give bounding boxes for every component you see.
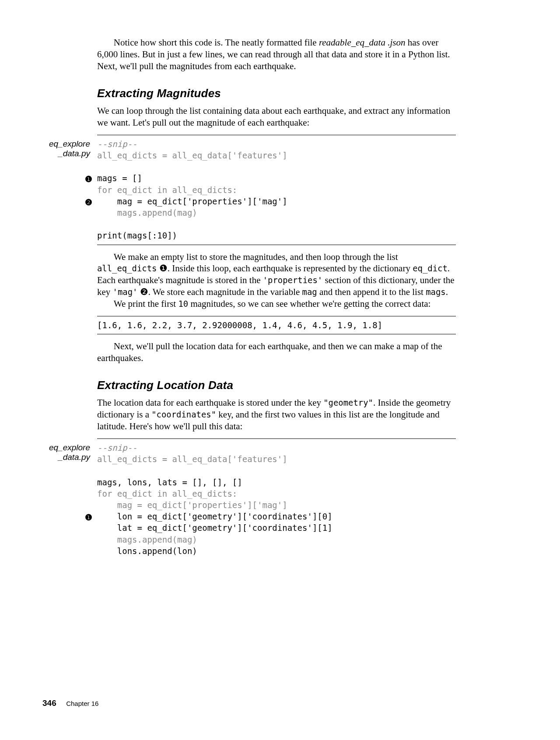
intro-part1: Notice how short this code is. The neatl… bbox=[114, 37, 319, 48]
code3-l5: mag = eq_dict['properties']['mag'] bbox=[97, 500, 287, 510]
p3c: magnitudes, so we can see whether we're … bbox=[188, 298, 430, 309]
intro-file-name: readable_eq_data .json bbox=[319, 37, 406, 48]
page: Notice how short this code is. The neatl… bbox=[0, 0, 560, 740]
codeblock-2: [1.6, 1.6, 2.2, 3.7, 2.92000008, 1.4, 4.… bbox=[97, 316, 456, 334]
p2d: eq_dict bbox=[413, 263, 448, 273]
p2k: and then append it to the list bbox=[317, 287, 426, 297]
code3-l7: lat = eq_dict['geometry']['coordinates']… bbox=[97, 523, 332, 533]
heading-extracting-magnitudes: Extracting Magnitudes bbox=[97, 86, 456, 101]
code1-l3: mags = [] bbox=[97, 173, 142, 183]
callout-2-icon: ❷ bbox=[85, 197, 92, 208]
p2l: mags bbox=[426, 287, 446, 297]
p5b: "geometry" bbox=[323, 398, 373, 407]
paragraph-1: We can loop through the list containing … bbox=[97, 105, 456, 129]
code3-l8: mags.append(mag) bbox=[97, 535, 197, 544]
code3-snip: --snip-- bbox=[97, 443, 137, 452]
callout-1-icon: ❶ bbox=[85, 174, 92, 185]
code1-l6: mags.append(mag) bbox=[97, 208, 197, 217]
page-footer: 346 Chapter 16 bbox=[42, 698, 98, 708]
paragraph-2: We make an empty list to store the magni… bbox=[97, 251, 456, 298]
content-column: Notice how short this code is. The neatl… bbox=[97, 37, 456, 563]
callout-3-icon: ❶ bbox=[85, 512, 92, 523]
code3-l6: lon = eq_dict['geometry']['coordinates']… bbox=[97, 512, 332, 521]
p5a: The location data for each earthquake is… bbox=[97, 397, 323, 408]
code1-l5: mag = eq_dict['properties']['mag'] bbox=[97, 196, 287, 206]
side-label-1: eq_explore _data.py bbox=[29, 139, 90, 159]
heading-extracting-location-data: Extracting Location Data bbox=[97, 378, 456, 393]
p2b: all_eq_dicts bbox=[97, 263, 157, 273]
code3-l4: for eq_dict in all_eq_dicts: bbox=[97, 489, 237, 498]
p2m: . bbox=[446, 287, 448, 297]
paragraph-3: We print the first 10 magnitudes, so we … bbox=[97, 298, 456, 310]
intro-paragraph: Notice how short this code is. The neatl… bbox=[97, 37, 456, 72]
side-label-2: eq_explore _data.py bbox=[29, 443, 90, 463]
code1-l2: all_eq_dicts = all_eq_data['features'] bbox=[97, 151, 287, 160]
page-number: 346 bbox=[42, 698, 56, 708]
code1-l7: print(mags[:10]) bbox=[97, 231, 177, 240]
p2i: ❷. We store each magnitude in the variab… bbox=[137, 287, 302, 297]
codeblock-1-wrap: eq_explore _data.py ❶ ❷ --snip-- all_eq_… bbox=[97, 135, 456, 245]
code3-l2: all_eq_dicts = all_eq_data['features'] bbox=[97, 454, 287, 464]
p3b: 10 bbox=[178, 299, 188, 309]
p2a: We make an empty list to store the magni… bbox=[114, 252, 398, 262]
code3-l3: mags, lons, lats = [], [], [] bbox=[97, 477, 242, 487]
p5d: "coordinates" bbox=[151, 410, 216, 419]
p2h: 'mag' bbox=[113, 287, 138, 297]
codeblock-1: ❶ ❷ --snip-- all_eq_dicts = all_eq_data[… bbox=[97, 135, 456, 245]
p2c: ❶. Inside this loop, each earthquake is … bbox=[157, 263, 413, 274]
chapter-label: Chapter 16 bbox=[66, 700, 98, 707]
paragraph-5: The location data for each earthquake is… bbox=[97, 397, 456, 432]
code2-line: [1.6, 1.6, 2.2, 3.7, 2.92000008, 1.4, 4.… bbox=[97, 320, 382, 330]
codeblock-3: ❶ --snip-- all_eq_dicts = all_eq_data['f… bbox=[97, 438, 456, 557]
paragraph-4: Next, we'll pull the location data for e… bbox=[97, 340, 456, 364]
p2j: mag bbox=[302, 287, 317, 297]
code1-snip: --snip-- bbox=[97, 139, 137, 149]
code3-l9: lons.append(lon) bbox=[97, 546, 197, 556]
code1-l4: for eq_dict in all_eq_dicts: bbox=[97, 185, 237, 195]
p3a: We print the first bbox=[114, 298, 178, 309]
p2f: 'properties' bbox=[263, 275, 322, 285]
codeblock-3-wrap: eq_explore _data.py ❶ --snip-- all_eq_di… bbox=[97, 438, 456, 557]
